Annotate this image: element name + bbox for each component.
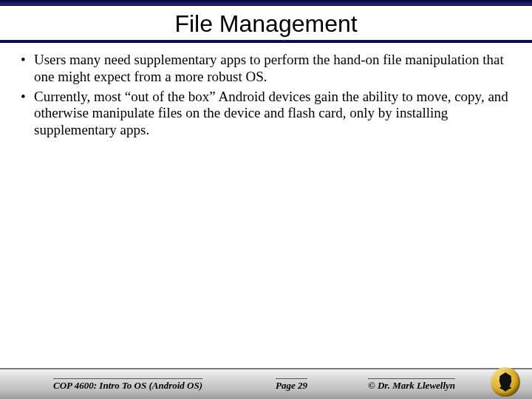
slide-body: Users many need supplementary apps to pe… <box>19 52 513 142</box>
footer-page: Page 29 <box>276 378 307 392</box>
pegasus-icon <box>499 372 512 392</box>
footer-course: COP 4600: Intro To OS (Android OS) <box>53 378 202 392</box>
top-accent-bar <box>0 0 532 6</box>
slide: File Management Users many need suppleme… <box>0 0 532 399</box>
list-item: Users many need supplementary apps to pe… <box>19 52 513 86</box>
seal-circle <box>491 367 520 397</box>
bullet-list: Users many need supplementary apps to pe… <box>19 52 513 139</box>
footer-author: © Dr. Mark Llewellyn <box>368 378 455 392</box>
title-underline <box>0 40 532 43</box>
list-item: Currently, most “out of the box” Android… <box>19 89 513 139</box>
footer: COP 4600: Intro To OS (Android OS) Page … <box>0 375 532 392</box>
ucf-seal-icon <box>491 367 520 397</box>
slide-title: File Management <box>0 10 532 38</box>
